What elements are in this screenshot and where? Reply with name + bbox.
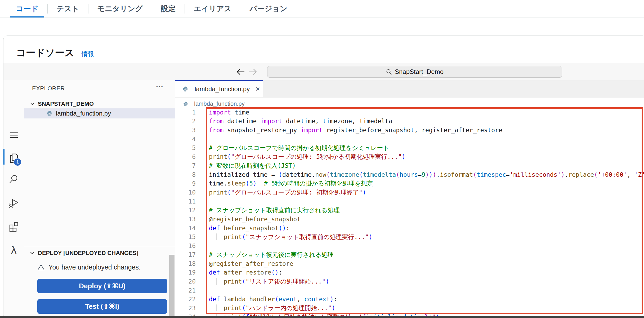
window-bottom-edge [0, 316, 644, 318]
code-line: 17# スナップショット復元後に実行される処理 [184, 250, 644, 259]
run-debug-icon[interactable] [8, 197, 20, 209]
nav-tab-エイリアス[interactable]: エイリアス [185, 0, 240, 17]
code-line: 18@register_after_restore [184, 259, 644, 268]
code-editor[interactable]: 1import time2from datetime import dateti… [184, 108, 644, 318]
code-line: 13@register_before_snapshot [184, 215, 644, 224]
search-sidebar-icon[interactable] [8, 174, 20, 185]
explorer-title: EXPLORER [32, 85, 65, 92]
code-line: 21 [184, 286, 644, 295]
deploy-header-label: DEPLOY [UNDEPLOYED CHANGES] [38, 250, 138, 257]
close-icon[interactable]: × [256, 85, 260, 93]
code-line: 16 [184, 241, 644, 250]
code-line: 14def before_snapshot(): [184, 224, 644, 233]
line-number: 6 [184, 153, 196, 160]
deploy-section-header[interactable]: DEPLOY [UNDEPLOYED CHANGES] [24, 250, 138, 257]
code-line: 1import time [184, 108, 644, 117]
menu-icon[interactable] [8, 129, 20, 141]
page-title: コードソース [16, 46, 74, 59]
folder-label: SNAPSTART_DEMO [38, 100, 94, 107]
function-nav-tabs: コードテストモニタリング設定エイリアスバージョン [0, 0, 644, 18]
line-number: 18 [184, 260, 196, 267]
lambda-icon[interactable]: λ [8, 244, 20, 256]
chevron-down-icon [29, 101, 35, 107]
line-number: 16 [184, 242, 196, 249]
line-number: 2 [184, 118, 196, 125]
chevron-down-icon [29, 250, 35, 256]
line-number: 7 [184, 162, 196, 169]
code-line: 6print("グローバルスコープの処理: 5秒掛かる初期化処理実行...") [184, 152, 644, 161]
line-number: 9 [184, 180, 196, 187]
code-line: 22def lambda_handler(event, context): [184, 295, 644, 304]
card-title-row: コードソース 情報 [16, 46, 94, 59]
editor-toolbar: SnapStart_Demo [3, 63, 644, 81]
code-line: 9time.sleep(5) # 5秒の時間の掛かる初期化処理を想定 [184, 179, 644, 188]
line-number: 12 [184, 207, 196, 214]
line-number: 8 [184, 171, 196, 178]
code-line: 10print("グローバルスコープの処理: 初期化処理終了") [184, 188, 644, 197]
line-number: 3 [184, 127, 196, 134]
code-line: 19def after_restore(): [184, 268, 644, 277]
code-line: 23 print("ハンドラー内の処理開始...") [184, 304, 644, 313]
code-line: 20 print("リストア後の処理開始...") [184, 277, 644, 286]
nav-tab-テスト[interactable]: テスト [47, 0, 88, 17]
code-source-card: コードソース 情報 SnapStart_Demo 1 [3, 36, 644, 318]
line-number: 5 [184, 144, 196, 151]
python-icon [46, 110, 53, 117]
tree-file-lambda-function[interactable]: lambda_function.py [24, 108, 175, 118]
nav-tab-設定[interactable]: 設定 [152, 0, 185, 17]
python-icon [182, 86, 188, 92]
line-number: 10 [184, 189, 196, 196]
line-number: 23 [184, 305, 196, 312]
code-line: 3from snapshot_restore_py import registe… [184, 126, 644, 135]
line-number: 15 [184, 233, 196, 240]
files-badge: 1 [14, 158, 22, 166]
activity-bar: 1 λ [3, 80, 24, 318]
search-input[interactable]: SnapStart_Demo [267, 66, 562, 78]
active-view-indicator [3, 149, 5, 165]
editor-area: lambda_function.py × lambda_function.py … [175, 80, 644, 318]
line-number: 20 [184, 278, 196, 285]
explorer-header: EXPLORER ··· [24, 84, 175, 93]
line-number: 4 [184, 136, 196, 143]
breadcrumb-label: lambda_function.py [194, 100, 245, 107]
files-icon[interactable]: 1 [8, 152, 20, 164]
workbench: 1 λ EXPLORER ··· [3, 80, 644, 318]
breadcrumb[interactable]: lambda_function.py [183, 99, 245, 108]
code-line: 2from datetime import datetime, timezone… [184, 117, 644, 126]
line-number: 1 [184, 109, 196, 116]
line-number: 11 [184, 198, 196, 205]
info-link[interactable]: 情報 [82, 50, 94, 58]
code-line: 15 print("スナップショット取得直前の処理実行...") [184, 232, 644, 241]
code-line: 8initialized_time = (datetime.now(timezo… [184, 170, 644, 179]
code-line: 4 [184, 135, 644, 144]
file-label: lambda_function.py [56, 110, 111, 117]
tree-folder-snapstart-demo[interactable]: SNAPSTART_DEMO [24, 99, 175, 108]
deploy-section: DEPLOY [UNDEPLOYED CHANGES] You have und… [24, 247, 175, 247]
forward-arrow-icon[interactable] [248, 67, 258, 77]
line-number: 17 [184, 251, 196, 258]
line-number: 14 [184, 225, 196, 232]
editor-tabbar: lambda_function.py × [175, 80, 644, 98]
nav-tab-モニタリング[interactable]: モニタリング [88, 0, 152, 17]
explorer-panel: EXPLORER ··· SNAPSTART_DEMO lambda_funct… [24, 80, 175, 318]
line-number: 13 [184, 216, 196, 223]
warning-text: You have undeployed changes. [48, 263, 141, 271]
warning-icon [37, 264, 45, 271]
search-icon [386, 69, 392, 75]
extensions-icon[interactable] [8, 221, 20, 232]
editor-tab-lambda-function[interactable]: lambda_function.py × [175, 80, 263, 97]
code-line: 12# スナップショット取得直前に実行される処理 [184, 206, 644, 215]
back-arrow-icon[interactable] [235, 67, 246, 77]
explorer-more-icon[interactable]: ··· [156, 82, 163, 91]
explorer-scrollbar[interactable] [169, 255, 175, 316]
deploy-button[interactable]: Deploy (⇧⌘U) [37, 279, 167, 293]
line-number: 19 [184, 269, 196, 276]
nav-tab-コード[interactable]: コード [7, 0, 47, 17]
code-line: 7# 変数に現在時刻を代入(JST) [184, 161, 644, 170]
nav-tab-バージョン[interactable]: バージョン [241, 0, 297, 17]
search-value: SnapStart_Demo [395, 68, 444, 76]
line-number: 22 [184, 296, 196, 303]
undeployed-warning: You have undeployed changes. [37, 263, 141, 271]
test-button[interactable]: Test (⇧⌘I) [37, 299, 167, 314]
line-number: 21 [184, 287, 196, 294]
